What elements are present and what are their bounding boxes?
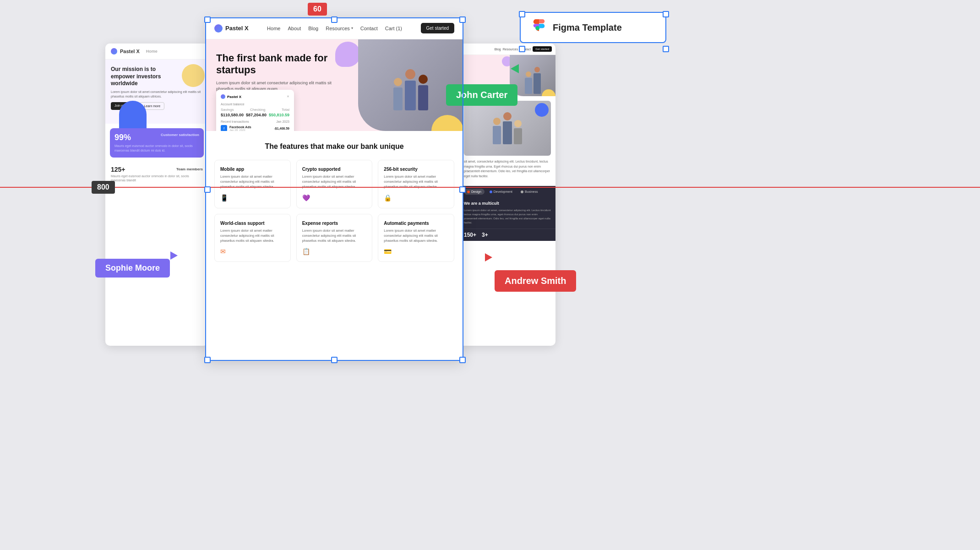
right-stat-1-num: 150+ [464,232,476,238]
feature-support: World-class support Lorem ipsum dolor si… [214,214,291,262]
hero-section: The first bank made for startups Lorem i… [205,39,463,131]
handle-bottom-left[interactable] [204,357,211,363]
left-hero-body: Lorem ipsum dolor sit amet consectetur a… [111,90,203,99]
right-person-body-1 [525,78,532,94]
ruler-badge-800: 800 [92,181,115,194]
rp1-head [493,118,501,125]
feature-name-4: Expense reports [302,221,367,226]
figma-handle-tl[interactable] [519,11,525,17]
cursor-arrow-purple [170,251,178,260]
hero-people [389,55,433,115]
right-nav-blog: Blog [495,48,501,51]
main-logo: Pastel X [214,24,249,33]
bank-widget-header: Pastel X ✕ [221,94,289,99]
features-title: The features that make our bank unique [214,142,454,152]
person-body-2 [405,81,416,110]
left-stat-percent: 99% [114,133,131,142]
nav-get-started-button[interactable]: Get started [421,23,454,33]
feature-name-0: Mobile app [220,167,285,172]
person-head-2 [405,69,415,79]
tab-business[interactable]: Business [517,189,541,195]
horizontal-guide [0,187,980,188]
left-team-row: 125+ Team members [111,166,203,173]
nav-home[interactable]: Home [267,26,280,31]
badge-andrew: Andrew Smith [495,270,576,292]
right-team-image [464,101,551,156]
badge-sophie: Sophie Moore [95,259,170,278]
right-stats-row: 150+ 3+ [459,229,555,241]
figma-handle-tr[interactable] [663,11,669,17]
hero-title: The first bank made for startups [216,52,335,76]
bank-val1: $110,580.00 [221,113,244,117]
nav-about[interactable]: About [288,26,301,31]
handle-top-center[interactable] [331,16,338,23]
bank-widget: Pastel X ✕ Account balance Savings Check… [216,90,294,131]
left-logo-dot [111,48,117,54]
person-head-3 [419,75,428,84]
bank-tx-header: Recent transactions Jan 2023 [221,120,289,123]
ruler-badge-60: 60 [308,3,327,16]
left-stats-card: 99% Customer satisfaction Mauris eget eu… [110,128,204,158]
left-stat-body: Mauris eget euismod auctor ommodo in dol… [114,144,199,153]
person-body-1 [393,87,403,110]
bank-widget-close: ✕ [287,95,289,98]
person-body-3 [418,85,428,110]
badge-john: John Carter [446,84,517,106]
features-grid: Mobile app Lorem ipsum dolor sit amet ma… [214,160,454,262]
handle-mid-left[interactable] [204,186,211,193]
tab-biz-dot [521,191,523,193]
left-nav-home: Home [146,49,158,54]
feature-name-3: World-class support [220,221,285,226]
left-team-body: Mauris eget euismod auctor ommodo in dol… [111,174,203,183]
right-person-head-1 [526,71,531,77]
cursor-arrow-green [511,64,519,73]
right-stat-2: 3+ [482,232,488,238]
left-card-header: Pastel X Home [105,44,208,60]
person-2 [405,69,416,110]
right-stat-2-num: 3+ [482,232,488,238]
right-person-2 [534,67,541,94]
figma-handle-br[interactable] [663,46,669,52]
right-person-body-2 [534,73,541,94]
figma-handle-bl[interactable] [519,46,525,52]
feature-name-1: Crypto supported [302,167,367,172]
rp3 [514,120,522,144]
tab-dev-dot [490,191,492,193]
tab-design-dot [467,191,470,193]
handle-top-left[interactable] [204,16,211,23]
figma-template-badge: Figma Template [520,12,666,43]
left-team-label: Team members [176,167,203,171]
right-nav-btn[interactable]: Get started [533,46,552,52]
handle-mid-right[interactable] [459,186,466,193]
handle-bottom-right[interactable] [459,357,466,363]
right-multicult-body: Lorem ipsum dolor sit amet, consectetur … [464,208,551,225]
nav-cart[interactable]: Cart (1) [385,26,402,31]
cursor-arrow-red [485,253,492,261]
left-preview-card: Pastel X Home Our mission is to empower … [105,44,208,346]
nav-blog[interactable]: Blog [308,26,318,31]
person-3 [418,75,428,110]
bank-widget-dot [221,94,225,99]
right-multicult-section: We are a multicult Lorem ipsum dolor sit… [459,197,555,229]
hero-blob-purple [335,42,360,67]
figma-label: Figma Template [553,22,622,33]
main-logo-text: Pastel X [225,25,249,32]
rp1-body [493,126,501,144]
handle-top-right[interactable] [459,16,466,23]
right-body-section: sit amet, consectetur adipiscing elit. L… [459,96,555,186]
feature-name-2: 256-bit security [384,167,448,172]
right-person-head-2 [534,67,540,72]
nav-contact[interactable]: Contact [360,26,378,31]
person-1 [393,78,403,110]
bank-val3: $50,810.59 [269,113,289,117]
feature-icon-0: 📱 [220,194,285,201]
nav-resources[interactable]: Resources ▾ [326,26,353,31]
tab-development[interactable]: Development [486,189,516,195]
facebook-icon: f [221,125,227,131]
main-nav-links: Home About Blog Resources ▾ Contact Cart… [267,26,402,31]
handle-bottom-center[interactable] [331,357,338,363]
left-blue-semicircle [119,101,147,128]
right-multicult-title: We are a multicult [464,201,551,207]
bank-widget-logo: Pastel X [221,94,241,99]
tab-design[interactable]: Design [464,189,485,195]
